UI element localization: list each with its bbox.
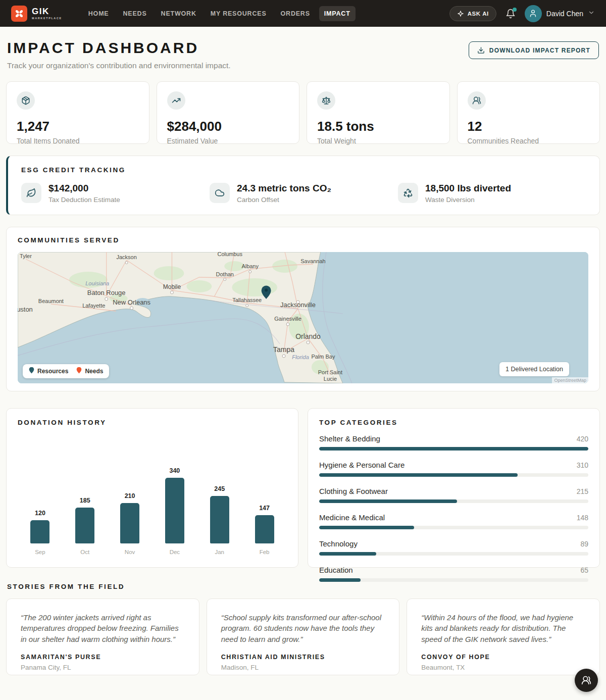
bar-value-label: 147 xyxy=(259,505,270,512)
map-label-beaumont: Beaumont xyxy=(38,298,64,304)
map-label-lafayette: Lafayette xyxy=(82,303,105,309)
map-label-orlando: Orlando xyxy=(295,332,321,340)
user-menu[interactable]: David Chen xyxy=(525,5,595,22)
nav-item-needs[interactable]: NEEDS xyxy=(118,6,152,21)
category-head: Medicine & Medical148 xyxy=(319,513,588,522)
stat-card-estimated-value: $284,000Estimated Value xyxy=(157,81,300,144)
top-categories-panel: TOP CATEGORIES Shelter & Bedding420Hygie… xyxy=(308,408,600,568)
category-list: Shelter & Bedding420Hygiene & Personal C… xyxy=(319,434,588,582)
stat-card-communities-reached: 12Communities Reached xyxy=(457,81,600,144)
bar-value-label: 120 xyxy=(35,510,45,517)
package-icon xyxy=(17,91,35,110)
map-state-label-louisiana: Louisiana xyxy=(85,280,109,286)
esg-title: ESG CREDIT TRACKING xyxy=(21,166,586,174)
stat-label: Estimated Value xyxy=(167,137,289,145)
map[interactable]: TylerJacksonColumbusSavannahAlbanyDothan… xyxy=(18,252,588,383)
communities-served-panel: COMMUNITIES SERVED xyxy=(6,227,600,391)
nav-item-my-resources[interactable]: MY RESOURCES xyxy=(206,6,272,21)
map-label-columbus: Columbus xyxy=(218,252,243,257)
notifications-button[interactable] xyxy=(506,9,516,19)
esg-item-waste-diversion: 18,500 lbs divertedWaste Diversion xyxy=(398,183,586,204)
category-value: 215 xyxy=(577,487,588,495)
category-label: Clothing & Footwear xyxy=(319,487,388,495)
map-label-new-orleans: New Orleans xyxy=(113,298,150,306)
bar-feb xyxy=(255,515,274,543)
bar-x-label: Jan xyxy=(197,549,242,555)
map-state-label-florida: Florida xyxy=(292,354,309,360)
bar-x-label: Oct xyxy=(63,549,108,555)
stat-label: Total Weight xyxy=(317,137,439,145)
page-title: IMPACT DASHBOARD xyxy=(7,39,231,57)
story-location: Panama City, FL xyxy=(21,664,185,671)
ask-ai-label: ASK AI xyxy=(468,11,489,17)
bar-group-sep: 120 xyxy=(18,510,63,543)
map-label-tampa: Tampa xyxy=(273,345,294,354)
nav-item-impact[interactable]: IMPACT xyxy=(319,6,356,21)
stats-row: 1,247Total Items Donated$284,000Estimate… xyxy=(6,81,600,144)
category-progress-fill xyxy=(319,447,588,451)
story-card-convoy-of-hope: “Within 24 hours of the flood, we had hy… xyxy=(407,598,600,675)
esg-text: 24.3 metric tons CO₂Carbon Offset xyxy=(237,183,331,204)
community-fab-button[interactable] xyxy=(575,669,598,692)
avatar xyxy=(525,5,542,22)
donation-history-panel: DONATION HISTORY 120185210340245147 SepO… xyxy=(6,408,298,568)
category-head: Clothing & Footwear215 xyxy=(319,487,588,495)
story-org-name: CONVOY OF HOPE xyxy=(421,654,585,661)
donation-bar-chart: 120185210340245147 xyxy=(18,433,287,543)
stat-card-total-weight: 18.5 tonsTotal Weight xyxy=(307,81,450,144)
bar-value-label: 340 xyxy=(169,467,180,474)
user-icon xyxy=(529,9,537,18)
category-head: Shelter & Bedding420 xyxy=(319,434,588,443)
stories-row: “The 200 winter jackets arrived right as… xyxy=(6,598,600,675)
bar-value-label: 210 xyxy=(125,492,135,499)
category-progress-fill xyxy=(319,578,361,582)
map-label-port-saint: Port Saint xyxy=(318,369,342,375)
esg-label: Waste Diversion xyxy=(425,196,511,204)
download-impact-report-button[interactable]: DOWNLOAD IMPACT REPORT xyxy=(469,41,599,59)
stat-value: $284,000 xyxy=(167,119,289,134)
map-label-savannah: Savannah xyxy=(300,258,325,264)
brand-logo[interactable]: GIK MARKETPLACE xyxy=(11,6,62,22)
story-org-name: SAMARITAN'S PURSE xyxy=(21,654,185,661)
users-round-icon xyxy=(581,675,591,685)
stories-title: STORIES FROM THE FIELD xyxy=(7,583,599,590)
esg-credit-tracking-panel: ESG CREDIT TRACKING $142,000Tax Deductio… xyxy=(6,156,600,215)
map-attribution[interactable]: OpenStreetMap xyxy=(552,377,588,383)
category-progress-fill xyxy=(319,526,414,529)
nav-item-home[interactable]: HOME xyxy=(83,6,114,21)
bar-nov xyxy=(120,503,139,543)
category-progress-track xyxy=(319,499,588,503)
bar-x-label: Feb xyxy=(242,549,287,555)
esg-text: 18,500 lbs divertedWaste Diversion xyxy=(425,183,511,204)
map-label-palm-bay: Palm Bay xyxy=(311,354,335,360)
category-row-clothing-footwear: Clothing & Footwear215 xyxy=(319,487,588,503)
bar-group-nov: 210 xyxy=(108,492,153,543)
map-label-dothan: Dothan xyxy=(216,271,234,277)
nav-item-orders[interactable]: ORDERS xyxy=(276,6,315,21)
category-row-technology: Technology89 xyxy=(319,539,588,556)
category-progress-fill xyxy=(319,473,518,477)
map-label-uston: uston xyxy=(18,306,33,313)
esg-item-carbon-offset: 24.3 metric tons CO₂Carbon Offset xyxy=(210,183,398,204)
category-progress-track xyxy=(319,447,588,451)
category-progress-track xyxy=(319,526,588,529)
bar-group-dec: 340 xyxy=(152,467,197,543)
map-label-lucie: Lucie xyxy=(324,376,337,382)
stat-label: Communities Reached xyxy=(468,137,590,145)
bar-x-label: Dec xyxy=(152,549,197,555)
nav-item-network[interactable]: NETWORK xyxy=(156,6,201,21)
esg-text: $142,000Tax Deduction Estimate xyxy=(48,183,120,204)
category-row-hygiene-personal-care: Hygiene & Personal Care310 xyxy=(319,461,588,477)
trending-up-icon xyxy=(167,91,185,110)
top-navbar: GIK MARKETPLACE HOMENEEDSNETWORKMY RESOU… xyxy=(0,0,606,27)
map-label-tyler: Tyler xyxy=(20,253,32,259)
category-label: Hygiene & Personal Care xyxy=(319,461,405,469)
bar-group-jan: 245 xyxy=(197,485,242,543)
page-subtitle: Track your organization's contribution a… xyxy=(7,61,231,70)
category-label: Technology xyxy=(319,539,358,548)
esg-value: 18,500 lbs diverted xyxy=(425,183,511,194)
story-org-name: CHRISTIAN AID MINISTRIES xyxy=(221,654,385,661)
ask-ai-button[interactable]: ASK AI xyxy=(449,6,496,21)
esg-item-tax-deduction-estimate: $142,000Tax Deduction Estimate xyxy=(21,183,210,204)
category-row-shelter-bedding: Shelter & Bedding420 xyxy=(319,434,588,451)
